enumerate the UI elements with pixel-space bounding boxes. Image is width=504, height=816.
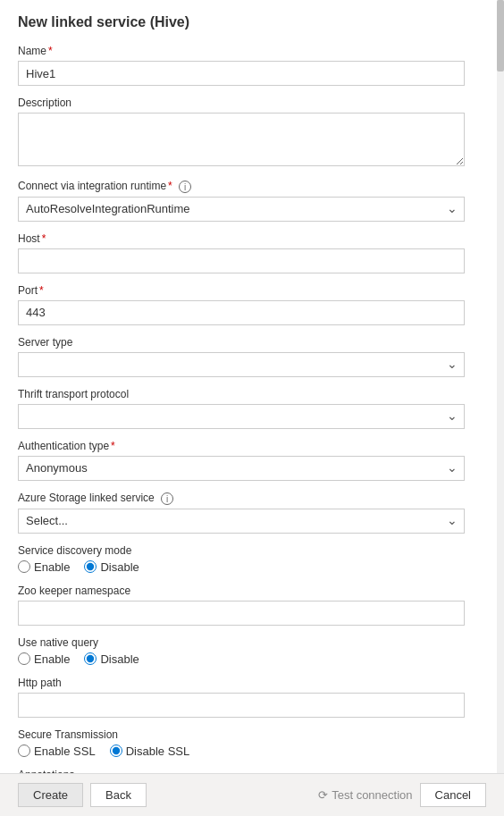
service-discovery-group: Service discovery mode Enable Disable xyxy=(18,544,465,574)
service-discovery-disable-radio[interactable] xyxy=(84,560,97,573)
server-type-group: Server type xyxy=(18,336,465,377)
service-discovery-radio-group: Enable Disable xyxy=(18,560,465,574)
service-discovery-enable-option[interactable]: Enable xyxy=(18,560,70,574)
azure-storage-label: Azure Storage linked service i xyxy=(18,492,465,505)
name-label: Name* xyxy=(18,45,465,57)
host-label: Host* xyxy=(18,232,465,245)
panel-title: New linked service (Hive) xyxy=(18,14,465,30)
integration-runtime-label: Connect via integration runtime* i xyxy=(18,180,465,193)
azure-storage-select[interactable]: Select... xyxy=(18,509,465,534)
port-group: Port* xyxy=(18,284,465,325)
name-group: Name* xyxy=(18,45,465,86)
http-path-input[interactable] xyxy=(18,693,465,718)
http-path-group: Http path xyxy=(18,677,465,718)
test-connection-label: Test connection xyxy=(332,788,412,802)
thrift-label: Thrift transport protocol xyxy=(18,388,465,400)
secure-transmission-label: Secure Transmission xyxy=(18,728,465,741)
secure-transmission-radio-group: Enable SSL Disable SSL xyxy=(18,744,465,758)
secure-transmission-group: Secure Transmission Enable SSL Disable S… xyxy=(18,728,465,758)
azure-storage-group: Azure Storage linked service i Select... xyxy=(18,492,465,534)
disable-ssl-radio[interactable] xyxy=(110,744,122,757)
integration-runtime-select[interactable]: AutoResolveIntegrationRuntime xyxy=(18,197,465,222)
service-discovery-enable-label: Enable xyxy=(34,560,70,574)
enable-ssl-radio[interactable] xyxy=(18,744,30,757)
native-query-enable-option[interactable]: Enable xyxy=(18,652,70,666)
service-discovery-enable-radio[interactable] xyxy=(18,560,30,573)
disable-ssl-option[interactable]: Disable SSL xyxy=(110,744,190,758)
enable-ssl-option[interactable]: Enable SSL xyxy=(18,744,96,758)
zookeeper-group: Zoo keeper namespace xyxy=(18,585,465,626)
native-query-disable-option[interactable]: Disable xyxy=(84,652,139,666)
host-input[interactable] xyxy=(18,248,465,273)
native-query-group: Use native query Enable Disable xyxy=(18,636,465,666)
auth-type-select[interactable]: Anonymous xyxy=(18,456,465,481)
native-query-enable-radio[interactable] xyxy=(18,652,30,665)
integration-runtime-info-icon[interactable]: i xyxy=(179,181,191,193)
service-discovery-label: Service discovery mode xyxy=(18,544,465,557)
test-connection-icon: ⟳ xyxy=(318,788,328,802)
server-type-label: Server type xyxy=(18,336,465,349)
native-query-label: Use native query xyxy=(18,636,465,649)
zookeeper-label: Zoo keeper namespace xyxy=(18,585,465,597)
footer: Create Back ⟳ Test connection Cancel xyxy=(0,773,504,816)
service-discovery-disable-option[interactable]: Disable xyxy=(84,560,139,574)
auth-type-label: Authentication type* xyxy=(18,440,465,452)
form-panel: New linked service (Hive) Name* Descript… xyxy=(0,0,483,778)
native-query-disable-radio[interactable] xyxy=(84,652,97,665)
integration-runtime-select-wrapper: AutoResolveIntegrationRuntime xyxy=(18,197,465,222)
create-button[interactable]: Create xyxy=(18,783,83,807)
azure-storage-info-icon[interactable]: i xyxy=(161,492,173,505)
disable-ssl-label: Disable SSL xyxy=(126,744,190,758)
service-discovery-disable-label: Disable xyxy=(100,560,139,574)
description-label: Description xyxy=(18,97,465,109)
auth-type-group: Authentication type* Anonymous xyxy=(18,440,465,481)
thrift-group: Thrift transport protocol xyxy=(18,388,465,429)
thrift-select[interactable] xyxy=(18,404,465,429)
thrift-select-wrapper xyxy=(18,404,465,429)
azure-storage-select-wrapper: Select... xyxy=(18,509,465,534)
back-button[interactable]: Back xyxy=(90,783,147,807)
scrollbar-track xyxy=(497,0,504,778)
port-label: Port* xyxy=(18,284,465,297)
http-path-label: Http path xyxy=(18,677,465,689)
test-connection-button[interactable]: ⟳ Test connection xyxy=(318,788,412,802)
enable-ssl-label: Enable SSL xyxy=(34,744,96,758)
native-query-radio-group: Enable Disable xyxy=(18,652,465,666)
server-type-select[interactable] xyxy=(18,352,465,377)
description-group: Description xyxy=(18,97,465,169)
auth-type-select-wrapper: Anonymous xyxy=(18,456,465,481)
name-input[interactable] xyxy=(18,61,465,86)
description-textarea[interactable] xyxy=(18,113,465,166)
scrollbar-thumb[interactable] xyxy=(497,0,504,72)
cancel-button[interactable]: Cancel xyxy=(420,783,486,807)
integration-runtime-group: Connect via integration runtime* i AutoR… xyxy=(18,180,465,222)
port-input[interactable] xyxy=(18,300,465,325)
native-query-enable-label: Enable xyxy=(34,652,70,666)
native-query-disable-label: Disable xyxy=(100,652,139,666)
server-type-select-wrapper xyxy=(18,352,465,377)
zookeeper-input[interactable] xyxy=(18,601,465,626)
host-group: Host* xyxy=(18,232,465,273)
